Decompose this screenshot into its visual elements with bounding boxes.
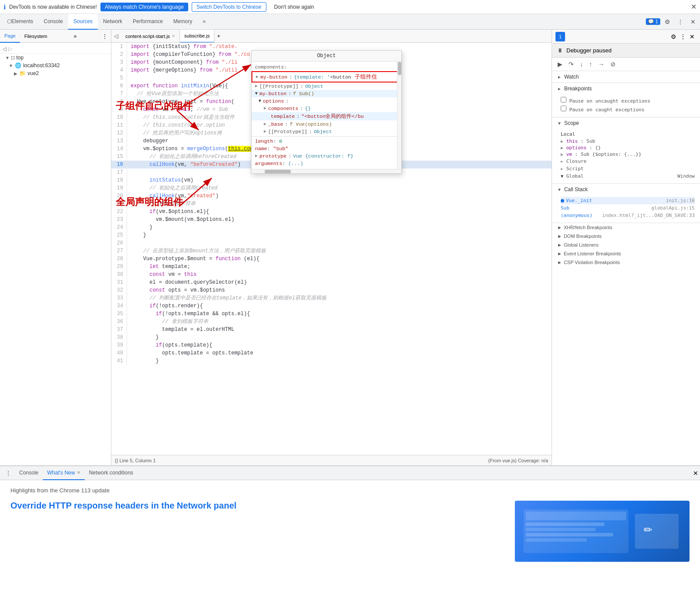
code-position: {} Line 5, Column 1	[115, 458, 156, 463]
tab-network[interactable]: Network	[98, 14, 128, 30]
notification-close-icon[interactable]: ✕	[691, 3, 697, 11]
tree-item-vue2[interactable]: ▶ 📁 vue2	[0, 69, 111, 77]
right-panel: 1 ⚙ ⋮ ✕ ⏸ Debugger paused ▶ ↷ ↓ ↑ → ⊘	[552, 30, 700, 465]
popup-row-mybutton-fn[interactable]: ▼ my-button : f Sub()	[252, 90, 401, 97]
bottom-tab-whats-new[interactable]: What's New ✕	[43, 466, 85, 480]
panel-tabs: Page Filesystem » ⋮	[0, 30, 111, 43]
notification-count-badge[interactable]: 💬 1	[646, 18, 660, 25]
always-match-button[interactable]: Always match Chrome's language	[100, 3, 188, 11]
popup-row-name: name: "Sub"	[252, 145, 401, 152]
deactivate-button[interactable]: ⊘	[608, 59, 618, 69]
watch-header[interactable]: ► Watch	[552, 71, 700, 82]
breakpoints-header[interactable]: ► Breakpoints	[552, 83, 700, 94]
file-add-icon[interactable]: +	[214, 31, 223, 41]
tab-elements[interactable]: ⬡ Elements	[2, 14, 38, 30]
code-line: 40 opts.template = opts.template	[111, 349, 552, 357]
step-over-button[interactable]: ↷	[566, 59, 576, 69]
tab-more[interactable]: »	[197, 14, 211, 30]
dom-breakpoints[interactable]: ► DOM Breakpoints	[552, 232, 700, 241]
popup-row-options[interactable]: ▼ options :	[252, 97, 401, 105]
nav-forward-icon[interactable]: ▷	[8, 46, 12, 52]
popup-row-proto-child[interactable]: ► [[Prototype]] : Object	[252, 128, 401, 135]
banner-graphic: ✏	[519, 505, 685, 557]
popup-row-prototype[interactable]: ► [[Prototype]] : Object	[252, 82, 401, 90]
more-icon-right[interactable]: ⋮	[678, 31, 688, 42]
whats-new-close[interactable]: ✕	[77, 470, 80, 475]
tree-item-top[interactable]: ▼ □ top	[0, 54, 111, 62]
close-icon[interactable]: ✕	[688, 17, 698, 27]
whats-new-article-title[interactable]: Override HTTP response headers in the Ne…	[10, 501, 504, 511]
more-options-icon[interactable]: ⋮	[675, 17, 686, 27]
bottom-tab-network-conditions[interactable]: Network conditions	[85, 466, 138, 480]
debugger-header: ⏸ Debugger paused	[552, 44, 700, 58]
scope-closure[interactable]: ► Closure	[561, 158, 695, 165]
nav-back-icon[interactable]: ◁	[3, 46, 7, 52]
pause-uncaught-checkbox[interactable]	[561, 97, 566, 103]
popup-row-components-child[interactable]: ► components : {}	[252, 105, 401, 112]
bottom-close-icon[interactable]: ✕	[693, 470, 698, 477]
call-stack-section: ▼ Call Stack Vue._init init.js:16 Sub gl…	[552, 184, 700, 223]
resume-button[interactable]: ▶	[555, 59, 565, 69]
code-line: 24 }	[111, 223, 552, 231]
dont-show-button[interactable]: Don't show again	[270, 3, 319, 11]
popup-scrollbar[interactable]	[397, 62, 401, 169]
tab-sources[interactable]: Sources	[68, 14, 98, 30]
file-tab-close-1[interactable]: ✕	[172, 34, 175, 38]
panel-more-icon[interactable]: ⋮	[99, 33, 111, 39]
step-into-button[interactable]: ↓	[578, 59, 585, 69]
step-out-button[interactable]: ↑	[587, 59, 594, 69]
filetab-nav-icon[interactable]: ◁	[111, 31, 121, 41]
scope-options[interactable]: ▶ options : {}	[561, 144, 695, 151]
panel-tabs-more-icon[interactable]: »	[71, 33, 79, 39]
scope-header[interactable]: ▼ Scope	[552, 117, 700, 129]
file-tabs: ◁ content-script-start.js ✕ subscribe.js…	[111, 30, 552, 43]
code-line: 28 Vue.prototype.$mount = function (el){	[111, 255, 552, 263]
scope-this[interactable]: ▶ this : Sub	[561, 138, 695, 144]
callstack-fn-sub: Sub	[561, 205, 569, 211]
step-button[interactable]: →	[596, 59, 607, 69]
callstack-item-sub[interactable]: Sub globalApi.js:15	[561, 204, 695, 212]
code-line: 20 callHook(vm,"created")	[111, 192, 552, 200]
tree-item-localhost[interactable]: ▼ 🌐 localhost:63342	[0, 62, 111, 69]
global-listeners[interactable]: ► Global Listeners	[552, 241, 700, 249]
scope-script[interactable]: ► Script	[561, 165, 695, 172]
settings-icon-right[interactable]: ⚙	[669, 31, 678, 42]
popup-hscrollbar[interactable]	[252, 169, 401, 173]
tab-filesystem[interactable]: Filesystem	[20, 30, 52, 43]
event-listener-breakpoints[interactable]: ► Event Listener Breakpoints	[552, 249, 700, 258]
file-tab-subscribe[interactable]: subscribe.js	[180, 30, 214, 43]
scope-vm[interactable]: ▶ vm : Sub {$options: {...}}	[561, 151, 695, 158]
callstack-loc-sub: globalApi.js:15	[652, 205, 695, 211]
server-icon: 🌐	[15, 62, 21, 69]
popup-row-prototype-vue[interactable]: ► prototype : Vue {constructor: f}	[252, 152, 401, 160]
code-status-bar: {} Line 5, Column 1 (From vue.js) Covera…	[111, 455, 552, 465]
settings-icon[interactable]: ⚙	[662, 17, 673, 27]
tab-memory[interactable]: Memory	[168, 14, 197, 30]
csp-violation-breakpoints[interactable]: ► CSP Violation Breakpoints	[552, 258, 700, 267]
tab-page[interactable]: Page	[0, 30, 20, 43]
switch-devtools-button[interactable]: Switch DevTools to Chinese	[192, 2, 266, 12]
tab-console[interactable]: Console	[38, 14, 68, 30]
callstack-loc-vue-init: init.js:16	[666, 198, 695, 203]
callstack-item-anon[interactable]: (anonymous) index.html?_ijt...OAD_ON_SAV…	[561, 212, 695, 219]
close-icon-right[interactable]: ✕	[688, 31, 697, 42]
tab-performance[interactable]: Performance	[128, 14, 168, 30]
file-tab-content-script[interactable]: content-script-start.js ✕	[121, 30, 180, 43]
popup-row-mybutton-box[interactable]: ► my-button : {template: ' <button 子组件住	[252, 71, 401, 82]
bottom-tab-console[interactable]: Console	[15, 466, 43, 480]
bottom-menu-icon[interactable]: ⋮	[2, 468, 15, 478]
callstack-item-vue-init[interactable]: Vue._init init.js:16	[561, 197, 695, 204]
xhr-breakpoints[interactable]: ► XHR/fetch Breakpoints	[552, 223, 700, 232]
pause-caught-checkbox[interactable]	[561, 106, 566, 111]
chat-badge[interactable]: 1	[555, 32, 565, 41]
scope-global[interactable]: ▼ Global Window	[561, 172, 695, 180]
svg-rect-10	[635, 514, 679, 549]
pause-caught[interactable]: Pause on caught exceptions	[561, 105, 695, 113]
devtools-icons: 💬 1 ⚙ ⋮ ✕	[646, 17, 698, 27]
coverage-status: (From vue.js) Coverage: n/a	[488, 458, 548, 463]
call-stack-header[interactable]: ▼ Call Stack	[552, 184, 700, 195]
pause-uncaught[interactable]: Pause on uncaught exceptions	[561, 96, 695, 105]
popup-row-base[interactable]: ► _base : f Vue(options)	[252, 120, 401, 128]
popup-row-template[interactable]: template : "<button全局的组件</bu	[252, 112, 401, 120]
bottom-content: Highlights from the Chrome 113 update Ov…	[0, 480, 700, 605]
